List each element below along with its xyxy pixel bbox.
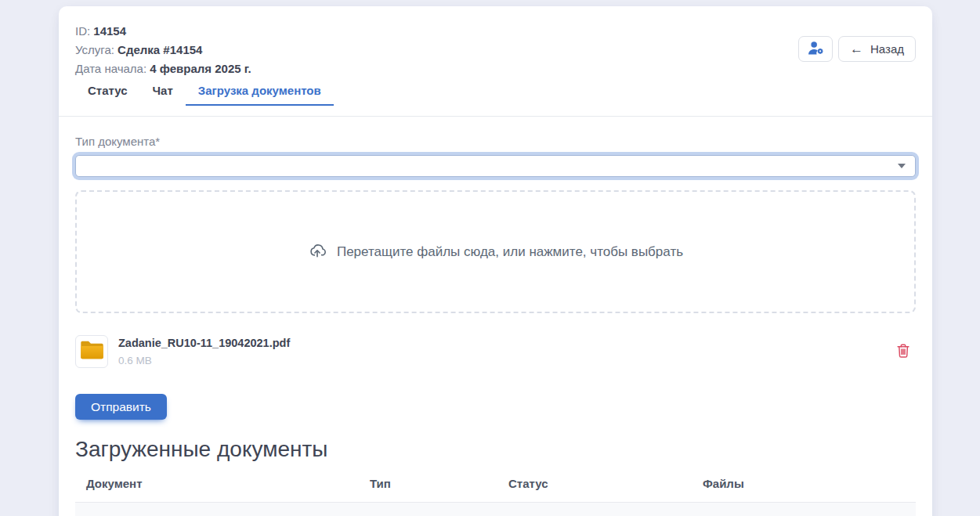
deal-id-label: ID: <box>75 24 90 38</box>
card-header: ID: 14154 Услуга: Сделка #14154 Дата нач… <box>75 22 916 78</box>
document-type-label: Тип документа* <box>75 134 916 150</box>
deal-card: ID: 14154 Услуга: Сделка #14154 Дата нач… <box>59 6 932 516</box>
service-line: Услуга: Сделка #14154 <box>75 41 251 60</box>
tabs-divider <box>59 116 932 117</box>
column-files: Файлы <box>692 464 916 503</box>
file-meta: Zadanie_RU10-11_19042021.pdf 0.6 MB <box>118 336 290 368</box>
uploaded-documents-title: Загруженные документы <box>75 435 916 464</box>
tab-chat[interactable]: Чат <box>140 80 186 106</box>
deal-info: ID: 14154 Услуга: Сделка #14154 Дата нач… <box>75 22 251 78</box>
folder-icon <box>80 340 104 363</box>
tab-bar: Статус Чат Загрузка документов <box>75 80 916 106</box>
back-button-label: Назад <box>870 42 904 56</box>
service-label: Услуга: <box>75 43 114 56</box>
service-value: Сделка #14154 <box>118 43 202 56</box>
deal-id-line: ID: 14154 <box>75 22 251 41</box>
tab-upload-documents[interactable]: Загрузка документов <box>186 80 334 106</box>
file-item: Zadanie_RU10-11_19042021.pdf 0.6 MB <box>75 335 916 368</box>
start-date-value: 4 февраля 2025 г. <box>150 62 251 75</box>
cloud-upload-icon <box>308 241 327 262</box>
file-thumbnail <box>75 335 108 368</box>
back-button[interactable]: ← Назад <box>838 36 916 62</box>
delete-file-button[interactable] <box>894 341 913 363</box>
tab-status[interactable]: Статус <box>75 80 140 106</box>
header-actions: ← Назад <box>798 36 916 62</box>
file-name: Zadanie_RU10-11_19042021.pdf <box>118 336 290 351</box>
trash-icon <box>897 348 909 360</box>
column-document: Документ <box>75 464 359 503</box>
uploaded-documents-table: Документ Тип Статус Файлы <box>75 464 916 516</box>
arrow-left-icon: ← <box>850 42 863 56</box>
start-date-label: Дата начала: <box>75 62 146 75</box>
file-dropzone[interactable]: Перетащите файлы сюда, или нажмите, чтоб… <box>75 190 916 313</box>
assign-manager-button[interactable] <box>798 36 833 62</box>
table-row <box>75 503 916 516</box>
dropzone-text: Перетащите файлы сюда, или нажмите, чтоб… <box>337 244 683 260</box>
dropdown-arrow-icon <box>898 164 906 168</box>
deal-id-value: 14154 <box>93 24 126 38</box>
table-header-row: Документ Тип Статус Файлы <box>75 464 916 503</box>
document-type-select[interactable] <box>75 155 916 177</box>
file-size: 0.6 MB <box>118 353 290 368</box>
submit-button[interactable]: Отправить <box>75 394 167 420</box>
start-date-line: Дата начала: 4 февраля 2025 г. <box>75 60 251 78</box>
column-type: Тип <box>359 464 497 503</box>
user-gear-icon <box>808 41 824 57</box>
column-status: Статус <box>497 464 692 503</box>
